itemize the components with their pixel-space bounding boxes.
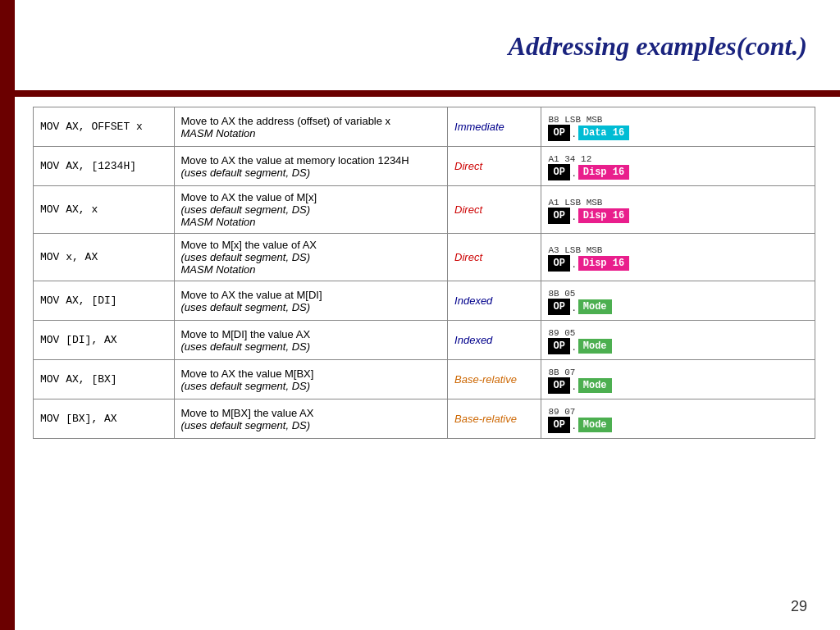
encoding-cell: A1 LSB MSBOP.Disp 16: [541, 186, 815, 234]
encoding-box: OP.Disp 16: [548, 255, 808, 272]
op-box: OP: [548, 377, 569, 394]
encoding-prefix: 89 07: [548, 407, 575, 417]
instruction-cell: MOV AX, OFFSET x: [34, 107, 175, 147]
addressing-type-cell: Base-relative: [448, 360, 541, 399]
encoding-box: OP.Mode: [548, 377, 808, 394]
separator-dot: .: [573, 340, 576, 353]
op-box: OP: [548, 417, 569, 433]
description-italic: (uses default segment, DS): [181, 419, 311, 431]
encoding-box: OP.Disp 16: [548, 208, 808, 224]
instruction-cell: MOV AX, [BX]: [34, 360, 175, 399]
addressing-type-cell: Direct: [448, 234, 541, 281]
addressing-type-cell: Indexed: [448, 321, 541, 360]
top-accent-bar: [0, 90, 840, 97]
description-text: Move to M[BX] the value AX: [181, 407, 314, 419]
addressing-type-cell: Immediate: [448, 107, 541, 147]
table-row: MOV AX, xMove to AX the value of M[x](us…: [34, 186, 815, 234]
description-text: Move to AX the address (offset) of varia…: [181, 115, 391, 127]
disp16-box: Disp 16: [578, 256, 629, 271]
addressing-type-cell: Direct: [448, 186, 541, 234]
table-row: MOV AX, [DI]Move to AX the value at M[DI…: [34, 281, 815, 321]
op-box: OP: [548, 255, 569, 272]
description-italic: (uses default segment, DS): [181, 167, 311, 179]
table-row: MOV [BX], AXMove to M[BX] the value AX(u…: [34, 399, 815, 439]
mode-box: Mode: [578, 299, 612, 314]
addressing-type-cell: Base-relative: [448, 399, 541, 439]
description-italic: MASM Notation: [181, 127, 256, 139]
op-box: OP: [548, 299, 569, 315]
description-italic: (uses default segment, DS): [181, 203, 311, 216]
description-italic: MASM Notation: [181, 216, 256, 228]
separator-dot: .: [573, 257, 576, 270]
table-row: MOV x, AXMove to M[x] the value of AX(us…: [34, 234, 815, 281]
main-table-container: MOV AX, OFFSET xMove to AX the address (…: [33, 107, 815, 439]
description-italic: (uses default segment, DS): [181, 301, 311, 313]
encoding-prefix: 89 05: [548, 328, 575, 338]
instruction-cell: MOV x, AX: [34, 234, 175, 281]
description-text: Move to AX the value at memory location …: [181, 154, 409, 167]
encoding-prefix: A1 LSB MSB: [548, 198, 602, 208]
data16-box: Data 16: [578, 126, 629, 140]
description-italic: (uses default segment, DS): [181, 380, 311, 392]
instruction-cell: MOV AX, [1234H]: [34, 147, 175, 186]
encoding-cell: 8B 07OP.Mode: [541, 360, 815, 399]
separator-dot: .: [573, 418, 576, 431]
description-cell: Move to AX the value at M[DI](uses defau…: [174, 281, 448, 321]
encoding-cell: B8 LSB MSBOP.Data 16: [541, 107, 815, 147]
instruction-cell: MOV AX, [DI]: [34, 281, 175, 321]
encoding-prefix: B8 LSB MSB: [548, 115, 602, 125]
description-cell: Move to M[x] the value of AX(uses defaul…: [174, 234, 448, 281]
encoding-box: OP.Disp 16: [548, 164, 808, 180]
encoding-prefix: A1 34 12: [548, 154, 591, 164]
instruction-cell: MOV AX, x: [34, 186, 175, 234]
separator-dot: .: [573, 209, 576, 222]
encoding-prefix: 8B 05: [548, 289, 575, 299]
description-text: Move to AX the value at M[DI]: [181, 289, 322, 301]
table-row: MOV AX, [BX]Move to AX the value M[BX](u…: [34, 360, 815, 399]
op-box: OP: [548, 208, 569, 224]
encoding-cell: 89 05OP.Mode: [541, 321, 815, 360]
table-row: MOV AX, [1234H]Move to AX the value at m…: [34, 147, 815, 186]
op-box: OP: [548, 125, 569, 141]
description-cell: Move to M[DI] the value AX(uses default …: [174, 321, 448, 360]
table-row: MOV [DI], AXMove to M[DI] the value AX(u…: [34, 321, 815, 360]
disp16-box: Disp 16: [578, 208, 629, 223]
addressing-type-cell: Indexed: [448, 281, 541, 321]
encoding-cell: A3 LSB MSBOP.Disp 16: [541, 234, 815, 281]
instruction-cell: MOV [BX], AX: [34, 399, 175, 439]
encoding-box: OP.Mode: [548, 299, 808, 315]
encoding-prefix: A3 LSB MSB: [548, 245, 602, 255]
encoding-box: OP.Data 16: [548, 125, 808, 141]
addressing-type-cell: Direct: [448, 147, 541, 186]
mode-box: Mode: [578, 418, 612, 432]
description-italic: MASM Notation: [181, 263, 256, 276]
separator-dot: .: [573, 300, 576, 313]
encoding-cell: 89 07OP.Mode: [541, 399, 815, 439]
description-text: Move to M[x] the value of AX: [181, 239, 317, 251]
addressing-table: MOV AX, OFFSET xMove to AX the address (…: [33, 107, 815, 439]
encoding-prefix: 8B 07: [548, 368, 575, 377]
disp16-box: Disp 16: [578, 165, 629, 180]
page-title: Addressing examples(cont.): [0, 31, 840, 62]
op-box: OP: [548, 164, 569, 180]
encoding-cell: A1 34 12OP.Disp 16: [541, 147, 815, 186]
description-cell: Move to AX the value M[BX](uses default …: [174, 360, 448, 399]
description-text: Move to AX the value of M[x]: [181, 191, 317, 203]
description-italic: (uses default segment, DS): [181, 251, 311, 263]
encoding-box: OP.Mode: [548, 417, 808, 433]
description-text: Move to M[DI] the value AX: [181, 328, 311, 340]
separator-dot: .: [573, 166, 576, 179]
description-cell: Move to AX the address (offset) of varia…: [174, 107, 448, 147]
description-cell: Move to AX the value at memory location …: [174, 147, 448, 186]
page-number: 29: [791, 598, 807, 615]
mode-box: Mode: [578, 378, 612, 393]
separator-dot: .: [573, 379, 576, 392]
description-italic: (uses default segment, DS): [181, 340, 311, 353]
description-cell: Move to M[BX] the value AX(uses default …: [174, 399, 448, 439]
encoding-box: OP.Mode: [548, 338, 808, 354]
description-cell: Move to AX the value of M[x](uses defaul…: [174, 186, 448, 234]
encoding-cell: 8B 05OP.Mode: [541, 281, 815, 321]
table-row: MOV AX, OFFSET xMove to AX the address (…: [34, 107, 815, 147]
description-text: Move to AX the value M[BX]: [181, 368, 314, 380]
mode-box: Mode: [578, 339, 612, 354]
